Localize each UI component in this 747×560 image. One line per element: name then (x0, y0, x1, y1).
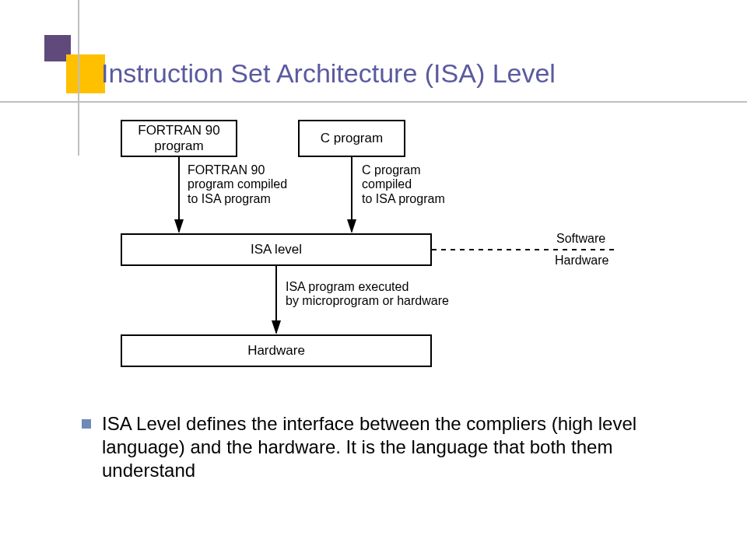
bullet-text: ISA Level defines the interface between … (102, 412, 681, 482)
label-hardware: Hardware (555, 254, 608, 268)
isa-diagram: FORTRAN 90program C program ISA level Ha… (121, 117, 681, 381)
box-c-program: C program (298, 120, 405, 157)
decor-square-yellow (66, 54, 105, 93)
page-title: Instruction Set Architecture (ISA) Level (101, 58, 556, 89)
label-fortran-compiled: FORTRAN 90program compiledto ISA program (188, 163, 287, 206)
label-software: Software (556, 232, 605, 246)
box-hardware: Hardware (121, 334, 432, 367)
box-isa-level: ISA level (121, 233, 432, 266)
slide: Instruction Set Architecture (ISA) Level… (0, 0, 747, 560)
decor-horizontal-line (0, 101, 747, 103)
box-fortran-program: FORTRAN 90program (121, 120, 237, 157)
label-isa-executed: ISA program executedby microprogram or h… (286, 280, 449, 309)
decor-vertical-line (78, 0, 79, 156)
bullet-list: ISA Level defines the interface between … (82, 412, 681, 482)
bullet-item: ISA Level defines the interface between … (82, 412, 681, 482)
bullet-marker-icon (82, 419, 91, 429)
label-c-compiled: C programcompiledto ISA program (362, 163, 445, 206)
